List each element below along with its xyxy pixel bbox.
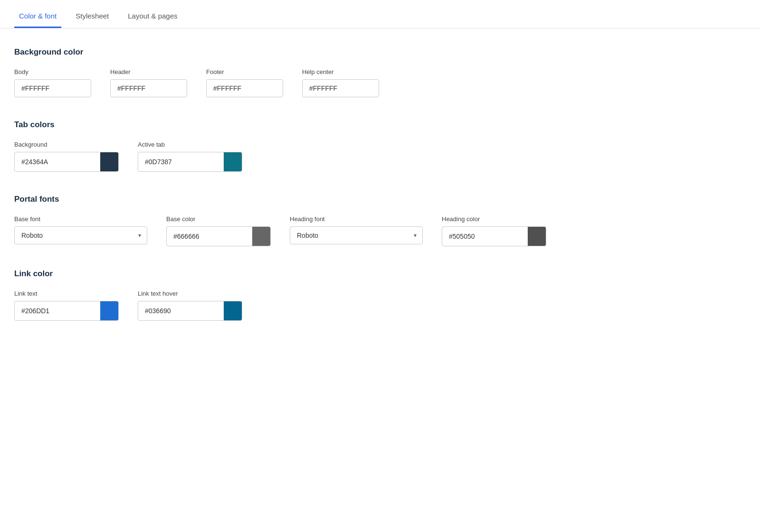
footer-bg-group: Footer: [206, 68, 283, 97]
heading-color-swatch[interactable]: [528, 227, 546, 246]
tab-colors-section: Tab colors Background Active tab: [14, 120, 584, 172]
help-center-bg-input[interactable]: [303, 80, 379, 97]
base-font-group: Base font Roboto Arial Helvetica Georgia…: [14, 215, 147, 246]
body-bg-input-wrapper: [14, 79, 91, 97]
footer-bg-label: Footer: [206, 68, 283, 75]
link-text-input-wrapper: [14, 301, 119, 321]
link-color-fields: Link text Link text hover: [14, 290, 584, 321]
link-text-hover-input[interactable]: [138, 302, 224, 319]
tab-layout-pages[interactable]: Layout & pages: [123, 12, 182, 28]
active-tab-input[interactable]: [138, 153, 224, 170]
main-content: Background color Body Header Footer: [0, 28, 598, 363]
base-font-select-wrapper: Roboto Arial Helvetica Georgia ▾: [14, 226, 147, 244]
link-color-section: Link color Link text Link text hover: [14, 269, 584, 321]
tabs-bar: Color & font Stylesheet Layout & pages: [0, 0, 760, 28]
body-bg-label: Body: [14, 68, 91, 75]
portal-fonts-section: Portal fonts Base font Roboto Arial Helv…: [14, 195, 584, 246]
body-bg-input[interactable]: [15, 80, 91, 97]
base-color-group: Base color: [166, 215, 271, 246]
link-color-title: Link color: [14, 269, 584, 279]
link-text-swatch[interactable]: [100, 301, 118, 320]
tab-colors-fields: Background Active tab: [14, 141, 584, 172]
tab-colors-title: Tab colors: [14, 120, 584, 130]
active-tab-swatch[interactable]: [224, 152, 242, 171]
background-color-fields: Body Header Footer Help center: [14, 68, 584, 97]
heading-font-label: Heading font: [290, 215, 423, 223]
tab-color-font[interactable]: Color & font: [14, 12, 61, 28]
base-color-swatch[interactable]: [252, 227, 270, 246]
header-bg-input-wrapper: [110, 79, 187, 97]
help-center-bg-label: Help center: [302, 68, 379, 75]
heading-font-select[interactable]: Roboto Arial Helvetica Georgia: [290, 227, 422, 244]
tab-bg-input[interactable]: [15, 153, 100, 170]
link-text-hover-label: Link text hover: [138, 290, 242, 297]
active-tab-group: Active tab: [138, 141, 242, 172]
heading-font-select-wrapper: Roboto Arial Helvetica Georgia ▾: [290, 226, 423, 244]
link-text-label: Link text: [14, 290, 119, 297]
link-text-input[interactable]: [15, 302, 100, 319]
tab-bg-swatch[interactable]: [100, 152, 118, 171]
heading-color-group: Heading color: [442, 215, 546, 246]
active-tab-input-wrapper: [138, 152, 242, 172]
base-font-label: Base font: [14, 215, 147, 223]
tab-stylesheet[interactable]: Stylesheet: [71, 12, 114, 28]
background-color-title: Background color: [14, 47, 584, 57]
help-center-bg-group: Help center: [302, 68, 379, 97]
body-bg-group: Body: [14, 68, 91, 97]
heading-color-label: Heading color: [442, 215, 546, 223]
portal-fonts-fields: Base font Roboto Arial Helvetica Georgia…: [14, 215, 584, 246]
heading-color-input-wrapper: [442, 226, 546, 246]
active-tab-label: Active tab: [138, 141, 242, 148]
base-font-select[interactable]: Roboto Arial Helvetica Georgia: [15, 227, 147, 244]
tab-bg-label: Background: [14, 141, 119, 148]
heading-color-input[interactable]: [442, 228, 528, 245]
help-center-bg-input-wrapper: [302, 79, 379, 97]
background-color-section: Background color Body Header Footer: [14, 47, 584, 97]
base-color-input[interactable]: [167, 228, 252, 245]
link-text-hover-group: Link text hover: [138, 290, 242, 321]
base-color-label: Base color: [166, 215, 271, 223]
header-bg-input[interactable]: [111, 80, 187, 97]
link-text-hover-input-wrapper: [138, 301, 242, 321]
link-text-hover-swatch[interactable]: [224, 301, 242, 320]
footer-bg-input[interactable]: [207, 80, 283, 97]
tab-bg-input-wrapper: [14, 152, 119, 172]
footer-bg-input-wrapper: [206, 79, 283, 97]
header-bg-label: Header: [110, 68, 187, 75]
link-text-group: Link text: [14, 290, 119, 321]
header-bg-group: Header: [110, 68, 187, 97]
tab-bg-group: Background: [14, 141, 119, 172]
base-color-input-wrapper: [166, 226, 271, 246]
portal-fonts-title: Portal fonts: [14, 195, 584, 204]
heading-font-group: Heading font Roboto Arial Helvetica Geor…: [290, 215, 423, 246]
